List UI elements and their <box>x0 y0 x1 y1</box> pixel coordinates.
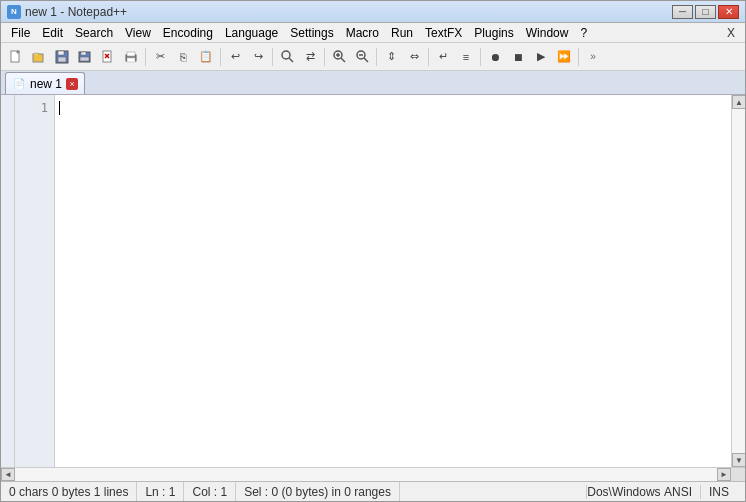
status-sel: Sel : 0 (0 bytes) in 0 ranges <box>236 482 400 501</box>
svg-line-21 <box>364 58 368 62</box>
cursor-line <box>59 99 727 117</box>
text-cursor <box>59 101 60 115</box>
undo-button[interactable]: ↩ <box>224 46 246 68</box>
menu-bar: File Edit Search View Encoding Language … <box>1 23 745 43</box>
menu-textfx[interactable]: TextFX <box>419 23 468 43</box>
scroll-left-arrow[interactable]: ◄ <box>1 468 15 481</box>
scroll-up-arrow[interactable]: ▲ <box>732 95 745 109</box>
menu-plugins[interactable]: Plugins <box>468 23 519 43</box>
menu-search[interactable]: Search <box>69 23 119 43</box>
minimize-button[interactable]: ─ <box>672 5 693 19</box>
svg-rect-7 <box>80 57 89 61</box>
more-tools-button[interactable]: » <box>582 46 604 68</box>
toolbar-sep-1 <box>145 48 146 66</box>
menu-bar-close[interactable]: X <box>721 26 741 40</box>
svg-rect-3 <box>58 51 64 55</box>
tab-icon: 📄 <box>12 77 26 91</box>
macro-run-multiple-button[interactable]: ⏩ <box>553 46 575 68</box>
maximize-button[interactable]: □ <box>695 5 716 19</box>
toolbar-sep-6 <box>428 48 429 66</box>
fold-margin <box>1 95 15 467</box>
menu-help[interactable]: ? <box>574 23 593 43</box>
sync-v-button[interactable]: ⇕ <box>380 46 402 68</box>
toolbar-sep-7 <box>480 48 481 66</box>
tab-bar: 📄 new 1 × <box>1 71 745 95</box>
scroll-right-arrow[interactable]: ► <box>717 468 731 481</box>
toolbar-sep-4 <box>324 48 325 66</box>
menu-encoding[interactable]: Encoding <box>157 23 219 43</box>
app-icon: N <box>7 5 21 19</box>
title-bar: N new 1 - Notepad++ ─ □ ✕ <box>1 1 745 23</box>
svg-rect-1 <box>33 54 43 62</box>
menu-file[interactable]: File <box>5 23 36 43</box>
main-window: N new 1 - Notepad++ ─ □ ✕ File Edit Sear… <box>0 0 746 502</box>
indent-guide-button[interactable]: ≡ <box>455 46 477 68</box>
wordwrap-button[interactable]: ↵ <box>432 46 454 68</box>
copy-button[interactable]: ⎘ <box>172 46 194 68</box>
svg-rect-4 <box>58 57 66 62</box>
scroll-down-arrow[interactable]: ▼ <box>732 453 745 467</box>
scroll-track-h[interactable] <box>15 468 717 481</box>
line-numbers: 1 <box>15 95 55 467</box>
line-number-1: 1 <box>15 99 54 117</box>
status-right: Dos\Windows ANSI INS <box>586 485 737 499</box>
toolbar-sep-8 <box>578 48 579 66</box>
tab-close-button[interactable]: × <box>66 78 78 90</box>
replace-button[interactable]: ⇄ <box>299 46 321 68</box>
svg-rect-6 <box>81 52 86 55</box>
save-button[interactable] <box>51 46 73 68</box>
status-chars: 0 chars 0 bytes 1 lines <box>9 482 137 501</box>
status-encoding: Dos\Windows ANSI <box>586 485 700 499</box>
svg-rect-13 <box>127 58 135 62</box>
menu-macro[interactable]: Macro <box>340 23 385 43</box>
redo-button[interactable]: ↪ <box>247 46 269 68</box>
status-col: Col : 1 <box>184 482 236 501</box>
title-bar-left: N new 1 - Notepad++ <box>7 5 127 19</box>
menu-edit[interactable]: Edit <box>36 23 69 43</box>
status-ln: Ln : 1 <box>137 482 184 501</box>
tab-new1[interactable]: 📄 new 1 × <box>5 72 85 94</box>
menu-run[interactable]: Run <box>385 23 419 43</box>
vertical-scrollbar[interactable]: ▲ ▼ <box>731 95 745 467</box>
svg-line-15 <box>289 58 293 62</box>
tab-label: new 1 <box>30 77 62 91</box>
macro-record-button[interactable]: ⏺ <box>484 46 506 68</box>
menu-view[interactable]: View <box>119 23 157 43</box>
paste-button[interactable]: 📋 <box>195 46 217 68</box>
close-document-button[interactable] <box>97 46 119 68</box>
svg-rect-12 <box>127 52 135 56</box>
editor-container: 1 ▲ ▼ <box>1 95 745 467</box>
svg-line-17 <box>341 58 345 62</box>
scroll-corner <box>731 468 745 481</box>
scroll-track-v[interactable] <box>732 109 745 453</box>
toolbar-sep-2 <box>220 48 221 66</box>
macro-play-button[interactable]: ▶ <box>530 46 552 68</box>
status-mode: INS <box>700 485 737 499</box>
new-button[interactable] <box>5 46 27 68</box>
status-bar: 0 chars 0 bytes 1 lines Ln : 1 Col : 1 S… <box>1 481 745 501</box>
menu-language[interactable]: Language <box>219 23 284 43</box>
toolbar: ✂ ⎘ 📋 ↩ ↪ ⇄ ⇕ ⇔ ↵ ≡ ⏺ ⏹ ▶ ⏩ » <box>1 43 745 71</box>
cut-button[interactable]: ✂ <box>149 46 171 68</box>
window-title: new 1 - Notepad++ <box>25 5 127 19</box>
text-editor[interactable] <box>55 95 731 467</box>
zoom-in-button[interactable] <box>328 46 350 68</box>
menu-window[interactable]: Window <box>520 23 575 43</box>
zoom-out-button[interactable] <box>351 46 373 68</box>
window-close-button[interactable]: ✕ <box>718 5 739 19</box>
find-button[interactable] <box>276 46 298 68</box>
sync-h-button[interactable]: ⇔ <box>403 46 425 68</box>
save-all-button[interactable] <box>74 46 96 68</box>
macro-stop-button[interactable]: ⏹ <box>507 46 529 68</box>
svg-point-14 <box>282 51 290 59</box>
toolbar-sep-3 <box>272 48 273 66</box>
horizontal-scrollbar: ◄ ► <box>1 467 745 481</box>
toolbar-sep-5 <box>376 48 377 66</box>
open-button[interactable] <box>28 46 50 68</box>
menu-settings[interactable]: Settings <box>284 23 339 43</box>
print-button[interactable] <box>120 46 142 68</box>
title-controls: ─ □ ✕ <box>672 5 739 19</box>
